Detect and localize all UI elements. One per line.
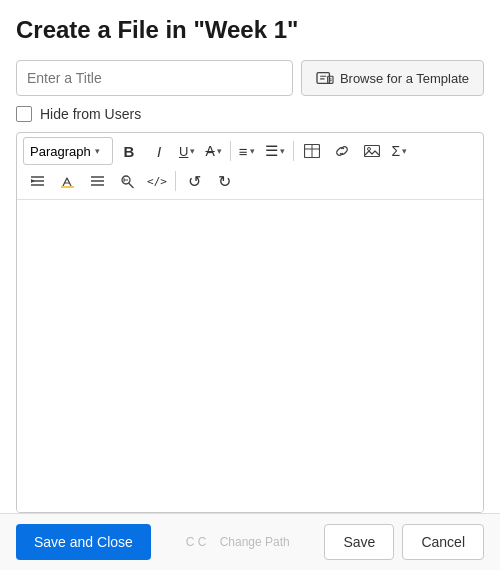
browse-template-button[interactable]: Browse for a Template	[301, 60, 484, 96]
top-row: Browse for a Template	[16, 60, 484, 96]
undo-button[interactable]: ↺	[180, 167, 208, 195]
browse-template-icon	[316, 70, 334, 86]
paragraph-chevron-icon: ▾	[95, 146, 100, 156]
code-button[interactable]: </>	[143, 167, 171, 195]
paragraph-label: Paragraph	[30, 144, 91, 159]
page-title: Create a File in "Week 1"	[16, 16, 484, 44]
image-icon	[364, 144, 380, 158]
toolbar-row-1: Paragraph ▾ B I U ▾ A ▾ ≡	[23, 137, 477, 165]
list-icon: ☰	[265, 142, 278, 160]
align-chevron-icon: ▾	[250, 146, 255, 156]
highlight-button[interactable]	[53, 167, 81, 195]
find-icon	[120, 174, 135, 189]
svg-rect-1	[328, 76, 333, 83]
svg-line-17	[129, 183, 133, 187]
justify-button[interactable]	[83, 167, 111, 195]
indent-button[interactable]	[23, 167, 51, 195]
svg-rect-12	[61, 186, 74, 188]
underline-label: U	[179, 144, 188, 159]
strikethrough-button[interactable]: A ▾	[201, 137, 225, 165]
divider-1	[230, 141, 231, 161]
divider-2	[293, 141, 294, 161]
link-button[interactable]	[328, 137, 356, 165]
redo-button[interactable]: ↻	[210, 167, 238, 195]
title-input[interactable]	[16, 60, 293, 96]
editor-body[interactable]	[17, 200, 483, 512]
justify-icon	[90, 175, 105, 188]
toolbar-row-2: </> ↺ ↻	[23, 167, 477, 195]
editor-container: Paragraph ▾ B I U ▾ A ▾ ≡	[16, 132, 484, 513]
browse-template-label: Browse for a Template	[340, 71, 469, 86]
strikethrough-chevron-icon: ▾	[217, 146, 222, 156]
hide-from-users-label: Hide from Users	[40, 106, 141, 122]
strikethrough-label: A	[205, 143, 214, 159]
italic-button[interactable]: I	[145, 137, 173, 165]
hide-row: Hide from Users	[16, 106, 484, 122]
underline-chevron-icon: ▾	[190, 146, 195, 156]
footer-path-info: C C Change Path	[159, 535, 317, 549]
svg-point-6	[367, 148, 370, 151]
svg-marker-10	[31, 179, 35, 183]
save-button[interactable]: Save	[324, 524, 394, 560]
find-button[interactable]	[113, 167, 141, 195]
image-button[interactable]	[358, 137, 386, 165]
table-button[interactable]	[298, 137, 326, 165]
link-icon	[334, 144, 350, 158]
hide-from-users-checkbox[interactable]	[16, 106, 32, 122]
sigma-icon: Σ	[392, 143, 401, 159]
divider-3	[175, 171, 176, 191]
indent-icon	[30, 175, 45, 188]
cancel-button[interactable]: Cancel	[402, 524, 484, 560]
sigma-chevron-icon: ▾	[402, 146, 407, 156]
paragraph-select[interactable]: Paragraph ▾	[23, 137, 113, 165]
underline-button[interactable]: U ▾	[175, 137, 199, 165]
save-and-close-button[interactable]: Save and Close	[16, 524, 151, 560]
list-chevron-icon: ▾	[280, 146, 285, 156]
list-button[interactable]: ☰ ▾	[261, 137, 289, 165]
align-icon: ≡	[239, 143, 248, 160]
main-content: Create a File in "Week 1" Browse for a T…	[0, 0, 500, 513]
footer: Save and Close C C Change Path Save Canc…	[0, 513, 500, 570]
sigma-button[interactable]: Σ ▾	[388, 137, 412, 165]
highlight-icon	[60, 174, 75, 189]
svg-rect-5	[364, 146, 379, 157]
toolbar: Paragraph ▾ B I U ▾ A ▾ ≡	[17, 133, 483, 200]
table-icon	[304, 144, 320, 158]
align-button[interactable]: ≡ ▾	[235, 137, 259, 165]
bold-button[interactable]: B	[115, 137, 143, 165]
page-container: Create a File in "Week 1" Browse for a T…	[0, 0, 500, 570]
